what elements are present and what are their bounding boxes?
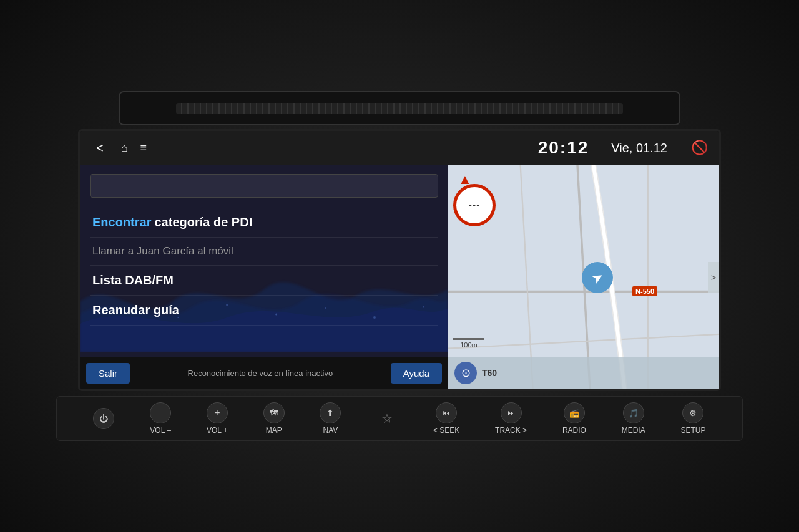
help-button[interactable]: Ayuda <box>391 363 442 384</box>
back-button[interactable]: < <box>91 138 109 158</box>
map-compass[interactable]: ⊙ <box>454 362 477 384</box>
home-button[interactable]: ⌂ <box>121 142 128 155</box>
power-button[interactable]: ⏻ <box>93 408 114 429</box>
media-button[interactable]: 🎵 MEDIA <box>622 402 645 435</box>
vol-plus-label: VOL + <box>207 426 228 435</box>
exit-button[interactable]: Salir <box>86 363 130 384</box>
setup-button[interactable]: ⚙ SETUP <box>680 402 705 435</box>
media-label: MEDIA <box>622 426 645 435</box>
top-vent <box>119 91 680 125</box>
track-next-button[interactable]: ⏭ TRACK > <box>495 402 527 435</box>
menu-item-dab-fm[interactable]: Lista DAB/FM <box>90 266 438 296</box>
seek-prev-button[interactable]: ⏮ < SEEK <box>433 402 459 435</box>
screen-header: < ⌂ ≡ 20:12 Vie, 01.12 🚫 <box>80 131 719 165</box>
favorite-button[interactable]: ☆ <box>376 408 398 429</box>
voice-menu-items: Encontrar categoría de PDI Llamar a Juan… <box>80 203 448 357</box>
map-panel: ▲ --- ➤ N-550 100m <box>448 165 719 389</box>
menu-item-find-pdi[interactable]: Encontrar categoría de PDI <box>90 208 438 238</box>
map-label: MAP <box>266 426 282 435</box>
vol-minus-icon: — <box>150 402 171 423</box>
map-expand-button[interactable]: > <box>708 262 719 293</box>
seek-prev-label: < SEEK <box>433 426 459 435</box>
menu-item-resume-guide[interactable]: Reanudar guía <box>90 296 438 326</box>
nav-icon: ⬆ <box>320 402 341 423</box>
menu-item-call-juan[interactable]: Llamar a Juan García al móvil <box>90 238 438 266</box>
screen-main: Encontrar categoría de PDI Llamar a Juan… <box>80 165 719 389</box>
menu-button[interactable]: ≡ <box>140 142 147 155</box>
physical-controls: ⏻ — VOL – + VOL + 🗺 MAP ⬆ NAV ☆ ⏮ < SEEK… <box>56 396 743 441</box>
media-icon: 🎵 <box>623 402 644 423</box>
clock-display: 20:12 <box>538 138 589 158</box>
scale-line <box>453 338 484 340</box>
map-button[interactable]: 🗺 MAP <box>263 402 285 435</box>
power-icon: ⏻ <box>93 408 114 429</box>
voice-bottom-bar: Salir Reconocimiento de voz en línea ina… <box>80 357 448 389</box>
nav-label: NAV <box>323 426 338 435</box>
vehicle-position: ➤ <box>582 262 613 293</box>
vent-strip <box>176 103 624 114</box>
setup-icon: ⚙ <box>682 402 703 423</box>
car-frame: < ⌂ ≡ 20:12 Vie, 01.12 🚫 <box>0 0 799 532</box>
nav-button[interactable]: ⬆ NAV <box>320 402 341 435</box>
date-display: Vie, 01.12 <box>611 141 667 155</box>
vol-minus-button[interactable]: — VOL – <box>150 402 171 435</box>
vol-plus-icon: + <box>207 402 228 423</box>
star-icon: ☆ <box>376 408 398 429</box>
alert-icon: 🚫 <box>691 140 708 156</box>
vol-plus-button[interactable]: + VOL + <box>207 402 228 435</box>
scale-bar: 100m <box>453 338 484 349</box>
track-next-label: TRACK > <box>495 426 527 435</box>
vol-minus-label: VOL – <box>150 426 171 435</box>
search-bar[interactable] <box>90 174 438 198</box>
seek-prev-icon: ⏮ <box>436 402 457 423</box>
radio-button[interactable]: 📻 RADIO <box>562 402 586 435</box>
speed-limit-sign: --- <box>453 184 496 226</box>
current-road-name: T60 <box>482 368 497 378</box>
resume-guide-text: Reanudar guía <box>92 303 179 317</box>
radio-label: RADIO <box>562 426 586 435</box>
map-area[interactable]: ▲ --- ➤ N-550 100m <box>448 165 719 389</box>
setup-label: SETUP <box>680 426 705 435</box>
voice-status-text: Reconocimiento de voz en línea inactivo <box>132 369 388 378</box>
map-bottom-bar: ⊙ T60 <box>448 357 719 389</box>
track-next-icon: ⏭ <box>501 402 522 423</box>
voice-panel: Encontrar categoría de PDI Llamar a Juan… <box>80 165 448 389</box>
highlighted-word: Encontrar <box>92 215 151 229</box>
radio-icon: 📻 <box>564 402 585 423</box>
dab-fm-text: Lista DAB/FM <box>92 273 174 287</box>
road-label: N-550 <box>632 286 657 296</box>
call-juan-text: Llamar a Juan García al móvil <box>92 245 233 257</box>
scale-text: 100m <box>460 341 478 349</box>
pdi-text: categoría de PDI <box>154 215 252 229</box>
map-icon: 🗺 <box>263 402 285 423</box>
screen-container: < ⌂ ≡ 20:12 Vie, 01.12 🚫 <box>78 129 721 391</box>
